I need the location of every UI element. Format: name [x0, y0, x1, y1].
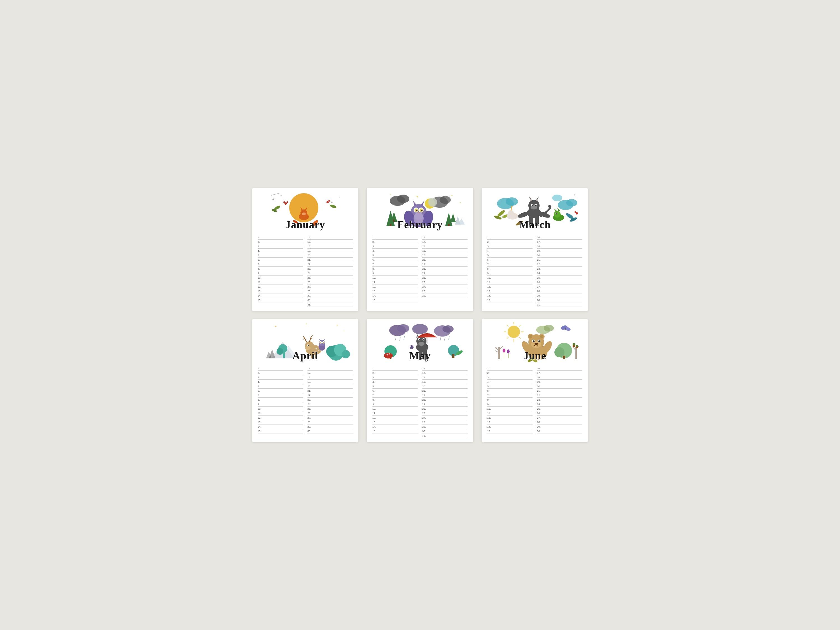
day-row: 5. [257, 253, 303, 257]
svg-text:✦: ✦ [305, 322, 308, 325]
day-row: 21. [537, 388, 583, 393]
day-row: 2. [373, 371, 418, 375]
day-row: 30. [537, 429, 583, 433]
svg-line-183 [507, 325, 508, 327]
day-row: 25. [422, 276, 467, 280]
day-row: 25. [422, 407, 467, 411]
day-row: 1. [373, 366, 418, 371]
day-row: 18. [422, 375, 467, 380]
day-row: 15. [257, 298, 303, 302]
day-row: 3. [257, 375, 303, 380]
header-june: June [482, 319, 588, 364]
svg-point-27 [428, 198, 437, 207]
day-row: 14. [373, 425, 418, 429]
svg-point-19 [271, 194, 272, 196]
day-row: 6. [487, 388, 532, 393]
day-row: 18. [537, 244, 583, 249]
svg-point-123 [319, 340, 325, 346]
svg-point-56 [506, 197, 518, 206]
day-row: 22. [308, 262, 353, 267]
svg-point-156 [389, 354, 390, 354]
svg-line-184 [519, 325, 521, 327]
day-row: 9. [487, 271, 532, 276]
day-row: 16. [537, 235, 583, 240]
day-row: 29. [537, 294, 583, 298]
day-row: 27. [422, 415, 467, 420]
svg-text:✦: ✦ [275, 325, 277, 328]
body-february: 1. 2. 3. 4. 5. 6. 7. 8. 9. 10. 11. 12. 1… [367, 233, 473, 311]
day-row: 4. [373, 249, 418, 253]
day-row: 28. [537, 289, 583, 294]
svg-rect-33 [390, 224, 392, 226]
day-row: 9. [373, 402, 418, 407]
svg-text:✦: ✦ [389, 193, 391, 196]
day-row: 15. [373, 429, 418, 433]
day-row: 6. [487, 257, 532, 262]
day-row: 14. [257, 425, 303, 429]
day-row: 24. [422, 402, 467, 407]
day-row: 3. [373, 375, 418, 380]
month-title-february: February [397, 218, 443, 231]
day-row: 23. [308, 398, 353, 402]
day-row: 21. [422, 257, 467, 262]
svg-point-80 [554, 211, 561, 218]
svg-point-88 [511, 206, 512, 207]
body-march: 1. 2. 3. 4. 5. 6. 7. 8. 9. 10. 11. 12. 1… [482, 233, 588, 311]
day-row: 12. [373, 415, 418, 420]
svg-line-146 [440, 337, 441, 341]
svg-text:✦: ✦ [339, 196, 341, 199]
svg-line-117 [311, 335, 313, 338]
day-row: 2. [487, 371, 532, 375]
day-row: 25. [537, 276, 583, 280]
svg-marker-82 [557, 208, 560, 212]
svg-point-134 [276, 348, 283, 355]
svg-point-178 [508, 326, 520, 338]
day-row: 3. [257, 244, 303, 249]
day-row: 28. [537, 420, 583, 425]
day-row: 7. [257, 393, 303, 398]
month-title-april: April [292, 349, 318, 362]
month-title-may: May [409, 349, 431, 362]
day-row: 16. [422, 366, 467, 371]
day-row: 12. [257, 415, 303, 420]
day-row: 27. [308, 415, 353, 420]
day-row: 28. [422, 420, 467, 425]
day-row: 24. [308, 402, 353, 407]
day-row: 21. [537, 257, 583, 262]
day-row: 13. [373, 420, 418, 425]
day-row: 7. [373, 393, 418, 398]
month-title-march: March [519, 218, 551, 231]
month-title-january: January [285, 218, 325, 231]
day-row: 9. [373, 271, 418, 276]
day-row: 2. [257, 371, 303, 375]
day-row: 12. [487, 415, 532, 420]
svg-text:✦: ✦ [336, 324, 338, 327]
month-title-june: June [523, 349, 546, 362]
day-row: 24. [537, 402, 583, 407]
svg-point-47 [416, 210, 417, 212]
day-row: 30. [537, 298, 583, 302]
day-row: 12. [373, 284, 418, 289]
day-row: 26. [422, 411, 467, 415]
day-row: 16. [537, 366, 583, 371]
day-row: 27. [422, 284, 467, 289]
day-row: 12. [257, 284, 303, 289]
day-row: 5. [373, 384, 418, 388]
svg-point-14 [283, 201, 285, 203]
day-row: 11. [487, 411, 532, 415]
day-row: 10. [257, 276, 303, 280]
day-row: 19. [537, 249, 583, 253]
day-row: 13. [487, 289, 532, 294]
day-row: 17. [308, 240, 353, 244]
body-april: 1. 2. 3. 4. 5. 6. 7. 8. 9. 10. 11. 12. 1… [252, 364, 358, 442]
day-row: 1. [487, 235, 532, 240]
header-january: ✦ ✦ ✦ ✦ January [252, 188, 358, 233]
day-row: 11. [373, 411, 418, 415]
day-row: 6. [373, 388, 418, 393]
svg-text:✦: ✦ [280, 194, 282, 197]
day-row: 28. [422, 289, 467, 294]
day-row: 10. [487, 407, 532, 411]
svg-text:✦: ✦ [459, 201, 461, 204]
svg-point-59 [552, 194, 562, 201]
svg-point-131 [324, 343, 324, 344]
